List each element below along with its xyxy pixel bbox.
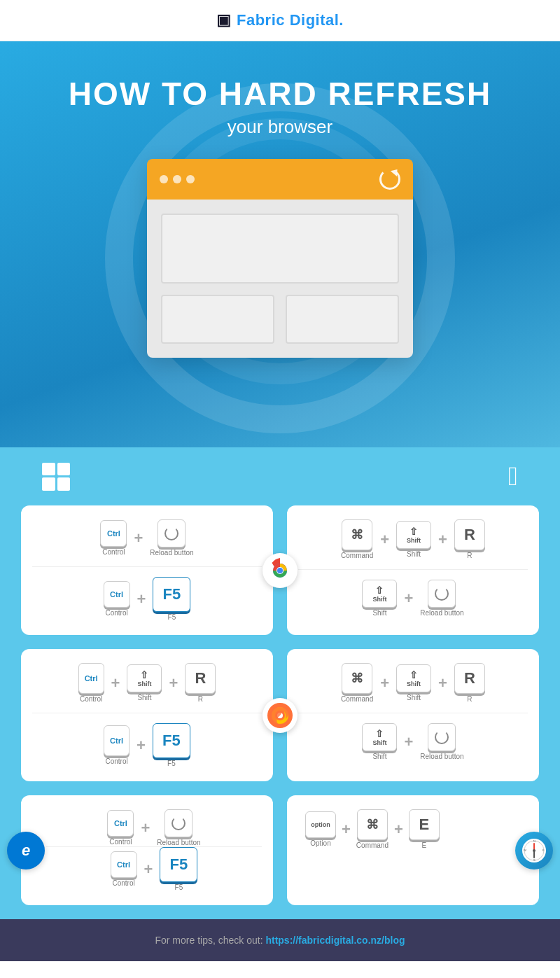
svg-text:S: S [533, 858, 536, 862]
divider-4 [298, 713, 528, 713]
safari-badge: N S E W [515, 832, 553, 869]
plus-3: + [380, 531, 389, 549]
divider-3 [32, 713, 262, 713]
svg-text:W: W [524, 848, 526, 852]
reload-key-wrap: Reload button [150, 519, 193, 557]
svg-point-4 [277, 568, 283, 573]
ff-ctrl-label-2: Control [105, 757, 127, 765]
firefox-row: Ctrl Control + ⇧ Shift Shift + R R [21, 649, 539, 781]
ie-ctrl-wrap2: Ctrl Control [111, 851, 137, 887]
ff-mac-reload-key [428, 723, 456, 751]
safari-card: N S E W option Option + ⌘ Command + [287, 795, 539, 905]
ie-shortcut1: Ctrl Control + Reload button [46, 809, 262, 846]
svg-text:N: N [533, 839, 536, 843]
ie-reload-label: Reload button [157, 839, 200, 846]
r-label: R [467, 552, 472, 559]
ctrl-key-2: Ctrl [104, 581, 130, 608]
firefox-mac-shortcut1: ⌘ Command + ⇧ Shift Shift + R R [298, 663, 528, 703]
firefox-windows-card: Ctrl Control + ⇧ Shift Shift + R R [21, 649, 273, 781]
windows-section [42, 463, 70, 491]
ff-shift-key: ⇧ Shift [127, 664, 162, 692]
ff-ctrl-label: Control [80, 695, 102, 703]
reload-key-wrap2: Reload button [420, 580, 463, 617]
ff-mac-shift-key-2: ⇧ Shift [362, 723, 397, 751]
firefox-mac-card: ⌘ Command + ⇧ Shift Shift + R R [287, 649, 539, 781]
r-key: R [454, 519, 485, 550]
option-key: option [305, 811, 336, 838]
reload-icon-2 [435, 587, 449, 601]
ctrl-key-wrap2: Ctrl Control [104, 581, 130, 617]
footer-link[interactable]: https://fabricdigital.co.nz/blog [265, 935, 405, 946]
chrome-badge [262, 553, 298, 588]
ie-reload-icon [172, 816, 186, 830]
plus-15: + [394, 820, 403, 839]
reload-label: Reload button [150, 549, 193, 557]
safari-cmd-key: ⌘ [357, 809, 388, 840]
browser-body [147, 200, 413, 358]
browser-dots [160, 175, 195, 183]
ff-cmd-key: ⌘ [342, 663, 372, 694]
windows-pane-4 [57, 477, 71, 491]
ff-mac-shift-key: ⇧ Shift [396, 664, 431, 692]
logo-icon: ▣ [216, 11, 231, 29]
ie-ctrl-label-2: Control [112, 879, 134, 887]
ie-safari-row: e Ctrl Control + Reload button [21, 795, 539, 905]
plus-1: + [134, 529, 143, 547]
cmd-label: Command [341, 552, 373, 559]
ff-r-wrap: R R [185, 663, 216, 703]
windows-pane-1 [42, 463, 55, 476]
browser-content-bottom [161, 295, 399, 344]
safari-icon: N S E W [522, 839, 546, 862]
ie-f5-label: F5 [175, 883, 183, 891]
ie-ctrl-key: Ctrl [107, 810, 134, 837]
e-key: E [409, 809, 440, 840]
ff-ctrl-key: Ctrl [78, 663, 104, 694]
chrome-mac-shortcut1: ⌘ Command + ⇧ Shift Shift + R R [298, 519, 528, 559]
firefox-icon [267, 703, 293, 728]
safari-cmd-wrap: ⌘ Command [356, 809, 388, 849]
option-label: Option [310, 839, 330, 847]
divider-2 [298, 569, 528, 570]
reload-icon [164, 526, 178, 540]
chrome-win-shortcut1: Ctrl Control + Reload button [32, 519, 262, 557]
ff-ctrl-key-2: Ctrl [104, 725, 130, 756]
r-key-wrap: R R [454, 519, 485, 559]
svg-text:E: E [542, 848, 545, 852]
ie-card: e Ctrl Control + Reload button [21, 795, 273, 905]
browser-content-left [161, 295, 274, 344]
reload-button-key [158, 519, 186, 547]
header-title: Fabric Digital. [237, 11, 344, 29]
ie-reload-key [164, 809, 192, 837]
ff-shift-label: Shift [137, 694, 151, 701]
cmd-key-wrap: ⌘ Command [341, 519, 373, 559]
firefox-win-shortcut2: Ctrl Control + F5 F5 [32, 723, 262, 767]
shift-label-2: Shift [372, 609, 386, 617]
hero-subtitle: your browser [14, 116, 546, 138]
browser-mockup [147, 159, 413, 358]
browser-bar [147, 159, 413, 200]
plus-7: + [169, 674, 178, 692]
ff-mac-r-key: R [454, 663, 485, 694]
ff-shift-wrap: ⇧ Shift Shift [127, 664, 162, 701]
plus-8: + [136, 736, 146, 755]
ff-mac-shift-wrap2: ⇧ Shift Shift [362, 723, 397, 760]
footer: For more tips, check out: https://fabric… [0, 919, 560, 961]
ie-f5-wrap: F5 F5 [160, 847, 197, 891]
safari-cmd-label: Command [356, 841, 388, 849]
option-wrap: option Option [305, 811, 336, 847]
ff-f5-key: F5 [153, 723, 190, 758]
ff-f5-wrap: F5 F5 [153, 723, 190, 767]
apple-icon:  [508, 461, 518, 491]
hero-title: HOW TO HARD REFRESH [14, 76, 546, 112]
plus-5: + [404, 589, 413, 608]
ff-mac-r-wrap: R R [454, 663, 485, 703]
ff-mac-reload-label: Reload button [420, 753, 463, 760]
ff-mac-r-label: R [467, 695, 472, 703]
ie-reload-wrap: Reload button [157, 809, 200, 846]
ie-icon: e [22, 841, 30, 860]
cmd-key: ⌘ [342, 519, 372, 550]
ie-shortcut2: Ctrl Control + F5 F5 [46, 847, 262, 891]
plus-10: + [438, 674, 447, 692]
ff-mac-shift-wrap: ⇧ Shift Shift [396, 664, 431, 701]
plus-9: + [380, 674, 389, 692]
